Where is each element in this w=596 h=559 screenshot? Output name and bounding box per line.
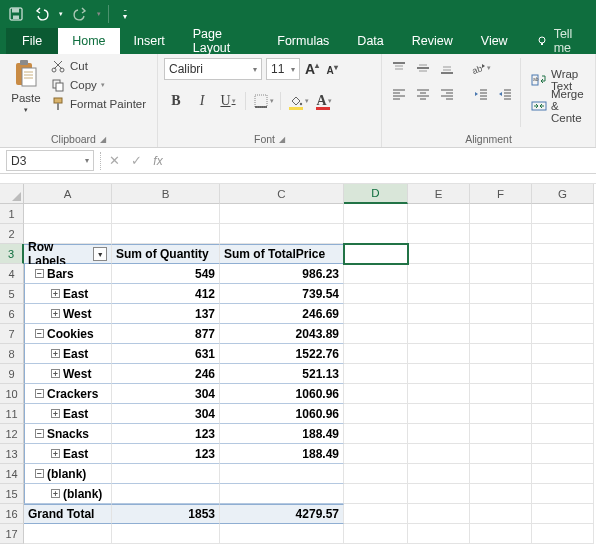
cell-D[interactable] [344, 204, 408, 224]
cell-F[interactable] [470, 504, 532, 524]
row-header-15[interactable]: 15 [0, 484, 24, 504]
formula-input[interactable] [169, 150, 596, 171]
pivot-price-cell[interactable]: 188.49 [220, 424, 344, 444]
cell-F[interactable] [470, 344, 532, 364]
pivot-grand-total-label[interactable]: Grand Total [24, 504, 112, 524]
cell-E[interactable] [408, 384, 470, 404]
undo-icon[interactable] [30, 3, 54, 25]
cell-F[interactable] [470, 244, 532, 264]
pivot-label-cell[interactable]: −Cookies [24, 324, 112, 344]
pivot-label-cell[interactable]: −Crackers [24, 384, 112, 404]
pivot-grand-total-price[interactable]: 4279.57 [220, 504, 344, 524]
font-launcher-icon[interactable]: ◢ [279, 135, 285, 144]
decrease-font-size-button[interactable]: A▾ [324, 58, 340, 80]
pivot-qty-cell[interactable]: 246 [112, 364, 220, 384]
paste-dropdown-icon[interactable]: ▾ [24, 106, 28, 114]
cell-B[interactable] [112, 204, 220, 224]
row-header-10[interactable]: 10 [0, 384, 24, 404]
cell-E[interactable] [408, 224, 470, 244]
row-header-11[interactable]: 11 [0, 404, 24, 424]
pivot-qty-cell[interactable]: 304 [112, 384, 220, 404]
cell-F[interactable] [470, 524, 532, 544]
cell-E[interactable] [408, 344, 470, 364]
pivot-price-cell[interactable]: 188.49 [220, 444, 344, 464]
row-header-5[interactable]: 5 [0, 284, 24, 304]
cell-F[interactable] [470, 464, 532, 484]
home-tab[interactable]: Home [58, 28, 119, 54]
pivot-price-cell[interactable]: 986.23 [220, 264, 344, 284]
cell-D[interactable] [344, 244, 408, 264]
clipboard-launcher-icon[interactable]: ◢ [100, 135, 106, 144]
pivot-price-cell[interactable] [220, 484, 344, 504]
cell-D[interactable] [344, 484, 408, 504]
italic-button[interactable]: I [190, 90, 214, 112]
bold-button[interactable]: B [164, 90, 188, 112]
collapse-icon[interactable]: − [35, 329, 44, 338]
cell-F[interactable] [470, 324, 532, 344]
cell-B[interactable] [112, 524, 220, 544]
cell-G[interactable] [532, 524, 594, 544]
orientation-button[interactable]: ab▾ [470, 58, 492, 78]
row-header-13[interactable]: 13 [0, 444, 24, 464]
cell-G[interactable] [532, 484, 594, 504]
row-header-1[interactable]: 1 [0, 204, 24, 224]
collapse-icon[interactable]: − [35, 469, 44, 478]
pivot-label-cell[interactable]: +East [24, 344, 112, 364]
pivot-price-cell[interactable] [220, 464, 344, 484]
cell-D[interactable] [344, 384, 408, 404]
borders-button[interactable]: ▾ [251, 90, 275, 112]
row-header-16[interactable]: 16 [0, 504, 24, 524]
cell-E[interactable] [408, 504, 470, 524]
increase-indent-button[interactable] [494, 84, 516, 104]
expand-icon[interactable]: + [51, 489, 60, 498]
pivot-label-cell[interactable]: +East [24, 444, 112, 464]
cell-F[interactable] [470, 484, 532, 504]
select-all-corner[interactable] [0, 184, 24, 204]
data-tab[interactable]: Data [343, 28, 397, 54]
pivot-row-labels-header[interactable]: Row Labels▼ [24, 244, 112, 264]
expand-icon[interactable]: + [51, 289, 60, 298]
cell-E[interactable] [408, 444, 470, 464]
cell-E[interactable] [408, 464, 470, 484]
enter-formula-button[interactable]: ✓ [125, 150, 147, 172]
pivot-price-cell[interactable]: 1522.76 [220, 344, 344, 364]
row-header-2[interactable]: 2 [0, 224, 24, 244]
cell-E[interactable] [408, 364, 470, 384]
cell-G[interactable] [532, 264, 594, 284]
row-header-6[interactable]: 6 [0, 304, 24, 324]
cell-G[interactable] [532, 324, 594, 344]
collapse-icon[interactable]: − [35, 389, 44, 398]
underline-button[interactable]: U▾ [216, 90, 240, 112]
cell-F[interactable] [470, 404, 532, 424]
pivot-qty-cell[interactable] [112, 484, 220, 504]
cell-E[interactable] [408, 264, 470, 284]
pivot-qty-cell[interactable]: 304 [112, 404, 220, 424]
pivot-qty-cell[interactable]: 631 [112, 344, 220, 364]
column-header-C[interactable]: C [220, 184, 344, 204]
cell-E[interactable] [408, 404, 470, 424]
pivot-price-cell[interactable]: 1060.96 [220, 384, 344, 404]
pivot-qty-cell[interactable] [112, 464, 220, 484]
pivot-label-cell[interactable]: +East [24, 404, 112, 424]
pivot-qty-cell[interactable]: 412 [112, 284, 220, 304]
font-name-selector[interactable]: Calibri ▾ [164, 58, 262, 80]
column-header-E[interactable]: E [408, 184, 470, 204]
cell-D[interactable] [344, 304, 408, 324]
cell-D[interactable] [344, 404, 408, 424]
pivot-price-cell[interactable]: 246.69 [220, 304, 344, 324]
align-bottom-button[interactable] [436, 58, 458, 78]
cell-E[interactable] [408, 204, 470, 224]
cell-D[interactable] [344, 364, 408, 384]
cell-G[interactable] [532, 364, 594, 384]
save-icon[interactable] [4, 3, 28, 25]
decrease-indent-button[interactable] [470, 84, 492, 104]
pivot-price-cell[interactable]: 2043.89 [220, 324, 344, 344]
expand-icon[interactable]: + [51, 309, 60, 318]
pivot-label-cell[interactable]: +West [24, 364, 112, 384]
tell-me-search[interactable]: Tell me [522, 28, 596, 54]
cell-F[interactable] [470, 384, 532, 404]
cell-D[interactable] [344, 464, 408, 484]
cell-F[interactable] [470, 304, 532, 324]
align-center-button[interactable] [412, 84, 434, 104]
row-header-7[interactable]: 7 [0, 324, 24, 344]
